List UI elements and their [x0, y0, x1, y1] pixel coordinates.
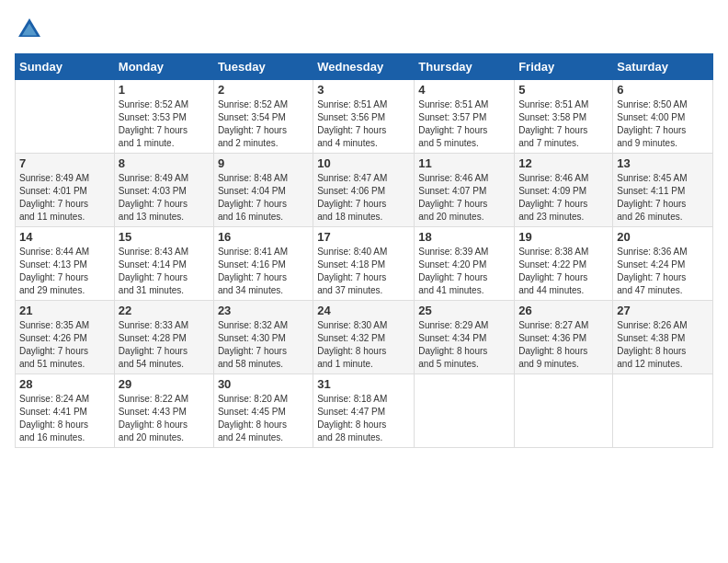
- day-info: Sunrise: 8:51 AM Sunset: 3:57 PM Dayligh…: [418, 98, 510, 150]
- day-number: 29: [119, 377, 210, 391]
- col-header-tuesday: Tuesday: [213, 54, 313, 80]
- calendar-cell: 17Sunrise: 8:40 AM Sunset: 4:18 PM Dayli…: [313, 227, 415, 301]
- day-number: 2: [218, 83, 309, 97]
- day-number: 15: [119, 230, 210, 244]
- day-number: 5: [518, 83, 609, 97]
- day-number: 25: [418, 304, 510, 317]
- day-info: Sunrise: 8:43 AM Sunset: 4:14 PM Dayligh…: [119, 246, 210, 297]
- calendar-cell: 26Sunrise: 8:27 AM Sunset: 4:36 PM Dayli…: [515, 301, 613, 374]
- day-info: Sunrise: 8:33 AM Sunset: 4:28 PM Dayligh…: [119, 319, 210, 371]
- calendar-cell: 9Sunrise: 8:48 AM Sunset: 4:04 PM Daylig…: [213, 154, 313, 227]
- week-row-4: 28Sunrise: 8:24 AM Sunset: 4:41 PM Dayli…: [16, 374, 713, 448]
- day-number: 22: [119, 304, 210, 317]
- calendar-table: SundayMondayTuesdayWednesdayThursdayFrid…: [15, 53, 713, 448]
- header: [15, 15, 713, 44]
- col-header-friday: Friday: [515, 54, 613, 80]
- calendar-cell: 18Sunrise: 8:39 AM Sunset: 4:20 PM Dayli…: [415, 227, 515, 301]
- calendar-cell: 14Sunrise: 8:44 AM Sunset: 4:13 PM Dayli…: [16, 227, 115, 301]
- day-info: Sunrise: 8:46 AM Sunset: 4:09 PM Dayligh…: [518, 172, 609, 224]
- day-info: Sunrise: 8:39 AM Sunset: 4:20 PM Dayligh…: [418, 246, 510, 297]
- day-info: Sunrise: 8:22 AM Sunset: 4:43 PM Dayligh…: [119, 393, 210, 444]
- calendar-cell: 21Sunrise: 8:35 AM Sunset: 4:26 PM Dayli…: [16, 301, 115, 374]
- day-info: Sunrise: 8:49 AM Sunset: 4:01 PM Dayligh…: [19, 172, 110, 224]
- day-info: Sunrise: 8:35 AM Sunset: 4:26 PM Dayligh…: [19, 319, 110, 371]
- day-info: Sunrise: 8:40 AM Sunset: 4:18 PM Dayligh…: [317, 246, 410, 297]
- day-number: 30: [218, 377, 309, 391]
- calendar-cell: 10Sunrise: 8:47 AM Sunset: 4:06 PM Dayli…: [313, 154, 415, 227]
- calendar-cell: 11Sunrise: 8:46 AM Sunset: 4:07 PM Dayli…: [415, 154, 515, 227]
- calendar-cell: 24Sunrise: 8:30 AM Sunset: 4:32 PM Dayli…: [313, 301, 415, 374]
- logo-icon: [15, 15, 44, 44]
- col-header-monday: Monday: [114, 54, 213, 80]
- calendar-cell: 4Sunrise: 8:51 AM Sunset: 3:57 PM Daylig…: [415, 80, 515, 154]
- day-info: Sunrise: 8:26 AM Sunset: 4:38 PM Dayligh…: [617, 319, 709, 371]
- day-info: Sunrise: 8:38 AM Sunset: 4:22 PM Dayligh…: [518, 246, 609, 297]
- day-number: 20: [617, 230, 709, 244]
- calendar-cell: 27Sunrise: 8:26 AM Sunset: 4:38 PM Dayli…: [613, 301, 713, 374]
- day-info: Sunrise: 8:44 AM Sunset: 4:13 PM Dayligh…: [19, 246, 110, 297]
- day-number: 21: [19, 304, 110, 317]
- day-number: 11: [418, 156, 510, 170]
- day-number: 24: [317, 304, 410, 317]
- calendar-cell: 15Sunrise: 8:43 AM Sunset: 4:14 PM Dayli…: [114, 227, 213, 301]
- day-number: 27: [617, 304, 709, 317]
- calendar-cell: 31Sunrise: 8:18 AM Sunset: 4:47 PM Dayli…: [313, 374, 415, 448]
- week-row-1: 7Sunrise: 8:49 AM Sunset: 4:01 PM Daylig…: [16, 154, 713, 227]
- day-number: 19: [518, 230, 609, 244]
- calendar-cell: 29Sunrise: 8:22 AM Sunset: 4:43 PM Dayli…: [114, 374, 213, 448]
- calendar-cell: 2Sunrise: 8:52 AM Sunset: 3:54 PM Daylig…: [213, 80, 313, 154]
- day-info: Sunrise: 8:46 AM Sunset: 4:07 PM Dayligh…: [418, 172, 510, 224]
- day-number: 23: [218, 304, 309, 317]
- day-number: 9: [218, 156, 309, 170]
- col-header-sunday: Sunday: [16, 54, 115, 80]
- day-number: 4: [418, 83, 510, 97]
- day-info: Sunrise: 8:51 AM Sunset: 3:58 PM Dayligh…: [518, 98, 609, 150]
- day-info: Sunrise: 8:45 AM Sunset: 4:11 PM Dayligh…: [617, 172, 709, 224]
- day-info: Sunrise: 8:36 AM Sunset: 4:24 PM Dayligh…: [617, 246, 709, 297]
- calendar-cell: 22Sunrise: 8:33 AM Sunset: 4:28 PM Dayli…: [114, 301, 213, 374]
- day-info: Sunrise: 8:27 AM Sunset: 4:36 PM Dayligh…: [518, 319, 609, 371]
- day-number: 8: [119, 156, 210, 170]
- day-info: Sunrise: 8:29 AM Sunset: 4:34 PM Dayligh…: [418, 319, 510, 371]
- calendar-cell: [515, 374, 613, 448]
- calendar-cell: 5Sunrise: 8:51 AM Sunset: 3:58 PM Daylig…: [515, 80, 613, 154]
- logo: [15, 15, 48, 44]
- day-number: 28: [19, 377, 110, 391]
- calendar-cell: 19Sunrise: 8:38 AM Sunset: 4:22 PM Dayli…: [515, 227, 613, 301]
- main-container: SundayMondayTuesdayWednesdayThursdayFrid…: [0, 0, 728, 455]
- calendar-cell: 8Sunrise: 8:49 AM Sunset: 4:03 PM Daylig…: [114, 154, 213, 227]
- calendar-cell: 1Sunrise: 8:52 AM Sunset: 3:53 PM Daylig…: [114, 80, 213, 154]
- day-info: Sunrise: 8:49 AM Sunset: 4:03 PM Dayligh…: [119, 172, 210, 224]
- calendar-cell: 20Sunrise: 8:36 AM Sunset: 4:24 PM Dayli…: [613, 227, 713, 301]
- day-number: 13: [617, 156, 709, 170]
- header-row: SundayMondayTuesdayWednesdayThursdayFrid…: [16, 54, 713, 80]
- calendar-cell: 16Sunrise: 8:41 AM Sunset: 4:16 PM Dayli…: [213, 227, 313, 301]
- calendar-cell: [415, 374, 515, 448]
- day-info: Sunrise: 8:52 AM Sunset: 3:53 PM Dayligh…: [119, 98, 210, 150]
- day-info: Sunrise: 8:52 AM Sunset: 3:54 PM Dayligh…: [218, 98, 309, 150]
- calendar-cell: 30Sunrise: 8:20 AM Sunset: 4:45 PM Dayli…: [213, 374, 313, 448]
- calendar-cell: 25Sunrise: 8:29 AM Sunset: 4:34 PM Dayli…: [415, 301, 515, 374]
- day-number: 3: [317, 83, 410, 97]
- calendar-cell: 13Sunrise: 8:45 AM Sunset: 4:11 PM Dayli…: [613, 154, 713, 227]
- day-info: Sunrise: 8:50 AM Sunset: 4:00 PM Dayligh…: [617, 98, 709, 150]
- day-info: Sunrise: 8:47 AM Sunset: 4:06 PM Dayligh…: [317, 172, 410, 224]
- day-number: 12: [518, 156, 609, 170]
- day-number: 31: [317, 377, 410, 391]
- day-number: 26: [518, 304, 609, 317]
- week-row-0: 1Sunrise: 8:52 AM Sunset: 3:53 PM Daylig…: [16, 80, 713, 154]
- day-info: Sunrise: 8:32 AM Sunset: 4:30 PM Dayligh…: [218, 319, 309, 371]
- day-info: Sunrise: 8:51 AM Sunset: 3:56 PM Dayligh…: [317, 98, 410, 150]
- calendar-cell: 7Sunrise: 8:49 AM Sunset: 4:01 PM Daylig…: [16, 154, 115, 227]
- col-header-saturday: Saturday: [613, 54, 713, 80]
- day-number: 17: [317, 230, 410, 244]
- calendar-cell: 28Sunrise: 8:24 AM Sunset: 4:41 PM Dayli…: [16, 374, 115, 448]
- day-info: Sunrise: 8:48 AM Sunset: 4:04 PM Dayligh…: [218, 172, 309, 224]
- day-number: 16: [218, 230, 309, 244]
- col-header-wednesday: Wednesday: [313, 54, 415, 80]
- calendar-cell: 12Sunrise: 8:46 AM Sunset: 4:09 PM Dayli…: [515, 154, 613, 227]
- day-number: 10: [317, 156, 410, 170]
- day-number: 18: [418, 230, 510, 244]
- day-info: Sunrise: 8:30 AM Sunset: 4:32 PM Dayligh…: [317, 319, 410, 371]
- calendar-cell: [613, 374, 713, 448]
